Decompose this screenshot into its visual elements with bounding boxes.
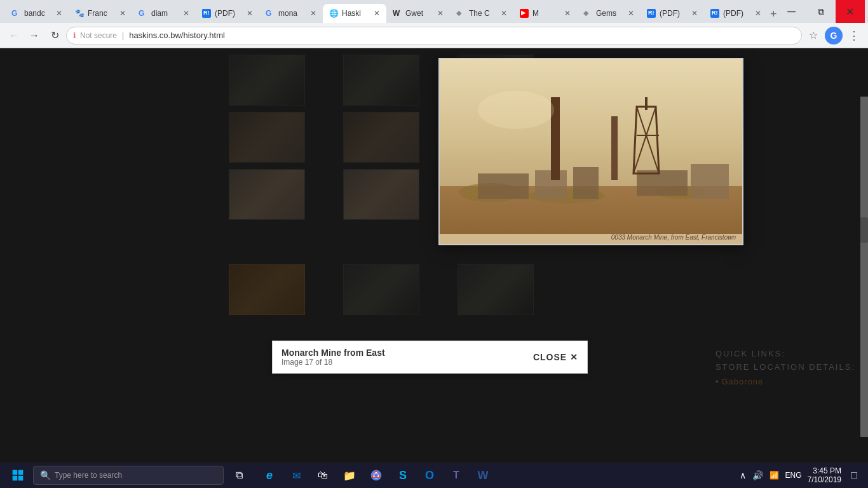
svg-rect-7	[573, 167, 599, 199]
tab-franc[interactable]: 🐾 Franc ✕	[69, 4, 132, 23]
teams-icon[interactable]: T	[444, 463, 469, 488]
svg-rect-20	[18, 470, 24, 475]
outlook-icon[interactable]: O	[417, 463, 442, 488]
svg-rect-22	[18, 476, 24, 481]
start-button[interactable]	[5, 463, 31, 488]
lightbox-image-counter: Image 17 of 18	[281, 358, 533, 367]
tab-title-mona: mona	[278, 9, 306, 18]
svg-rect-16	[645, 97, 648, 110]
new-tab-button[interactable]: +	[770, 5, 777, 23]
tab-diam[interactable]: G diam ✕	[132, 4, 196, 23]
tab-pdf2[interactable]: R! (PDF) ✕	[641, 4, 704, 23]
taskbar: 🔍 Type here to search ⧉ e ✉ 🛍 📁	[0, 463, 868, 488]
tab-favicon-bandc: G	[11, 9, 20, 18]
maximize-button[interactable]: ⧉	[806, 0, 836, 23]
chrome-menu-button[interactable]: ⋮	[845, 27, 863, 44]
taskbar-app-icons: e ✉ 🛍 📁 S O T W	[257, 463, 496, 488]
tab-title-thec: The C	[469, 9, 497, 18]
tab-title-franc: Franc	[88, 9, 116, 18]
tab-close-mona[interactable]: ✕	[310, 9, 316, 18]
edge-icon[interactable]: e	[257, 463, 282, 488]
forward-button[interactable]: →	[25, 27, 43, 44]
lightbox-image: 0033 Monarch Mine, from East, Francistow…	[438, 58, 743, 245]
tab-bar: G bandc ✕ 🐾 Franc ✕ G diam ✕ R! (PDF) ✕ …	[0, 0, 868, 23]
browser-toolbar: ← → ↻ ℹ Not secure | haskins.co.bw/histo…	[0, 23, 868, 48]
chrome-svg	[370, 469, 383, 482]
not-secure-label: Not secure	[80, 31, 117, 40]
back-button[interactable]: ←	[5, 27, 23, 44]
image-caption-text: 0033 Monarch Mine, from East, Francistow…	[611, 234, 736, 241]
tab-favicon-gwet: W	[393, 9, 402, 18]
tab-close-yt[interactable]: ✕	[564, 9, 571, 18]
tab-close-pdf1[interactable]: ✕	[247, 9, 253, 18]
svg-rect-9	[691, 164, 729, 199]
search-icon: 🔍	[40, 470, 51, 480]
tab-close-pdf2[interactable]: ✕	[691, 9, 698, 18]
lightbox-caption-box: Monarch Mine from East Image 17 of 18 CL…	[272, 341, 588, 374]
tab-title-haski: Haski	[342, 9, 370, 18]
url-display: haskins.co.bw/history.html	[129, 30, 795, 40]
tab-haski[interactable]: 🌐 Haski ✕	[323, 4, 386, 23]
address-bar[interactable]: ℹ Not secure | haskins.co.bw/history.htm…	[66, 27, 802, 44]
tab-title-yt: M	[532, 9, 560, 18]
chrome-taskbar-icon[interactable]	[363, 463, 389, 488]
tab-favicon-pdf1: R!	[202, 9, 211, 18]
tab-bandc[interactable]: G bandc ✕	[5, 4, 69, 23]
tab-favicon-mona: G	[266, 9, 275, 18]
clock-date: 7/10/2019	[808, 475, 841, 484]
reload-button[interactable]: ↻	[46, 27, 64, 44]
tab-mona[interactable]: G mona ✕	[259, 4, 323, 23]
svg-point-25	[374, 473, 378, 477]
tab-title-pdf1: (PDF)	[215, 9, 243, 18]
skype-icon[interactable]: S	[390, 463, 416, 488]
clock-time: 3:45 PM	[808, 466, 841, 475]
tab-gwet[interactable]: W Gwet ✕	[386, 4, 450, 23]
tab-close-franc[interactable]: ✕	[119, 9, 126, 18]
mail-icon[interactable]: ✉	[283, 463, 309, 488]
tab-close-gems[interactable]: ✕	[628, 9, 634, 18]
tab-favicon-diam: G	[139, 9, 147, 18]
tab-favicon-thec: ◆	[456, 9, 465, 18]
tab-favicon-pdf3: R!	[710, 9, 719, 18]
system-tray: ∧ 🔊 📶 ENG 3:45 PM 7/10/2019 □	[738, 466, 863, 484]
store-icon[interactable]: 🛍	[310, 463, 336, 488]
security-icon: ℹ	[73, 31, 76, 40]
minimize-button[interactable]: ─	[777, 0, 806, 23]
search-box[interactable]: 🔍 Type here to search	[33, 466, 224, 485]
files-icon[interactable]: 📁	[337, 463, 362, 488]
tab-pdf1[interactable]: R! (PDF) ✕	[196, 4, 259, 23]
wifi-icon[interactable]: 📶	[768, 471, 781, 480]
tab-close-gwet[interactable]: ✕	[437, 9, 444, 18]
svg-point-17	[478, 91, 554, 129]
show-hidden-icons[interactable]: ∧	[738, 470, 748, 480]
tab-favicon-gems: ◆	[583, 9, 592, 18]
tab-close-thec[interactable]: ✕	[501, 9, 507, 18]
profile-button[interactable]: G	[825, 27, 843, 44]
notification-button[interactable]: □	[845, 466, 863, 484]
tab-close-diam[interactable]: ✕	[183, 9, 189, 18]
tab-favicon-pdf2: R!	[647, 9, 656, 18]
word-icon[interactable]: W	[470, 463, 496, 488]
tab-gems[interactable]: ◆ Gems ✕	[577, 4, 641, 23]
tab-close-bandc[interactable]: ✕	[56, 9, 62, 18]
tab-favicon-yt: ▶	[520, 9, 529, 18]
browser-frame: G bandc ✕ 🐾 Franc ✕ G diam ✕ R! (PDF) ✕ …	[0, 0, 868, 488]
bookmark-button[interactable]: ☆	[804, 27, 822, 44]
mine-scene-svg	[440, 59, 743, 245]
tab-close-pdf3[interactable]: ✕	[755, 9, 761, 18]
close-window-button[interactable]: ✕	[836, 0, 865, 23]
tab-thec[interactable]: ◆ The C ✕	[450, 4, 513, 23]
tab-yt[interactable]: ▶ M ✕	[513, 4, 577, 23]
lightbox-image-content: 0033 Monarch Mine, from East, Francistow…	[440, 59, 742, 244]
lightbox-close-button[interactable]: CLOSE ✕	[533, 352, 578, 362]
tab-title-diam: diam	[151, 9, 179, 18]
tab-close-haski[interactable]: ✕	[374, 9, 380, 18]
svg-rect-19	[13, 470, 18, 475]
clock-display[interactable]: 3:45 PM 7/10/2019	[808, 466, 841, 484]
page-content: QUICK LINKS: STORE LOCATION DETAILS: • G…	[0, 48, 868, 463]
search-input[interactable]: Type here to search	[55, 471, 217, 480]
task-view-button[interactable]: ⧉	[226, 463, 252, 488]
language-label[interactable]: ENG	[783, 471, 804, 480]
speaker-icon[interactable]: 🔊	[750, 470, 765, 480]
tab-pdf3[interactable]: R! (PDF) ✕	[704, 4, 768, 23]
